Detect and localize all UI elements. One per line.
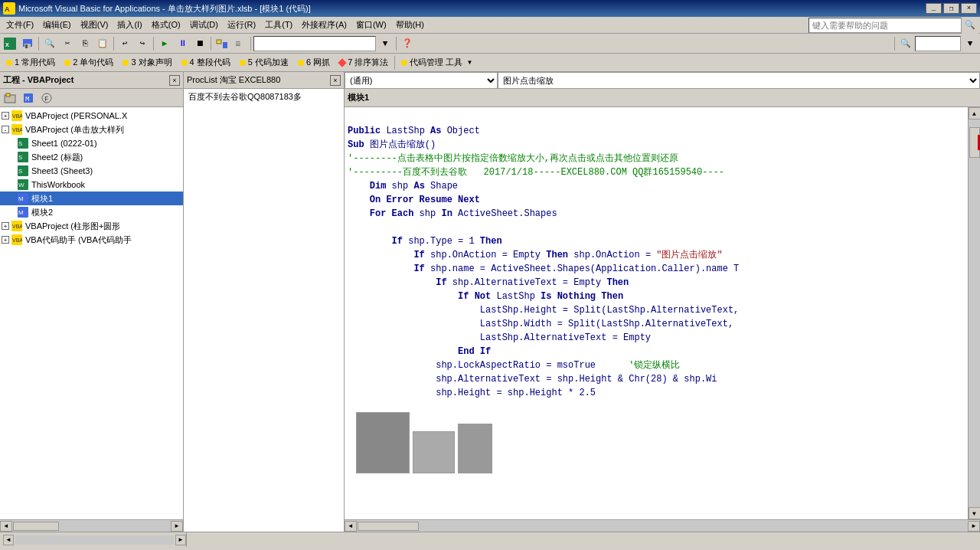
zoom-input[interactable]: 100%: [915, 36, 961, 51]
tree-sheet1[interactable]: S Sheet1 (0222-01): [0, 136, 183, 150]
svg-text:VBA: VBA: [12, 224, 22, 229]
tree-module1[interactable]: M 模块1: [0, 192, 183, 205]
tb-save[interactable]: [19, 35, 36, 52]
code-tb-web[interactable]: 6 网抓: [293, 55, 335, 70]
menu-file[interactable]: 文件(F): [2, 17, 38, 33]
code-tb-manage[interactable]: 代码管理 工具 ▼: [397, 55, 477, 70]
status-scroll-left[interactable]: ◄: [3, 535, 14, 545]
tb-zoom-out[interactable]: 🔍: [897, 35, 914, 52]
project-icon4: VBA: [11, 234, 23, 246]
dot-icon2: [64, 60, 70, 66]
project-icon3: VBA: [11, 220, 23, 232]
svg-text:S: S: [18, 168, 22, 175]
menu-format[interactable]: 格式(O): [147, 17, 185, 33]
tree-module2[interactable]: M 模块2: [0, 205, 183, 219]
tree-thisworkbook[interactable]: W ThisWorkbook: [0, 178, 183, 192]
help-search-btn[interactable]: 🔍: [962, 17, 978, 34]
svg-text:M: M: [18, 195, 24, 202]
tb-copy[interactable]: ⎘: [77, 35, 93, 52]
scroll-track[interactable]: [969, 119, 981, 507]
tree-project-personal[interactable]: + VBA VBAProject (PERSONAL.X: [0, 109, 183, 123]
tree-sheet3[interactable]: S Sheet3 (Sheet3): [0, 164, 183, 178]
menu-addins[interactable]: 外接程序(A): [297, 17, 351, 33]
tree-expand-helper[interactable]: +: [2, 236, 9, 244]
code-tb-common[interactable]: 1 常用代码: [2, 55, 60, 70]
scroll-right-btn[interactable]: ►: [171, 521, 183, 532]
toolbar-sep-1: [38, 37, 39, 51]
tree-expand-personal[interactable]: +: [2, 112, 9, 119]
h-scroll-right[interactable]: ►: [968, 521, 980, 532]
toolbar-sep-4: [211, 37, 211, 51]
tb-cut[interactable]: ✂: [59, 35, 76, 52]
code-tb-sort[interactable]: 7 排序算法: [335, 55, 393, 70]
dot-icon: [6, 60, 12, 66]
tb-redo[interactable]: ↪: [134, 35, 151, 52]
code-tb-speed[interactable]: 5 代码加速: [235, 55, 293, 70]
position-display: 行 9，列 18: [253, 36, 376, 51]
menu-help[interactable]: 帮助(H): [391, 17, 429, 33]
tb-find[interactable]: 🔍: [41, 35, 58, 52]
code-h-scrollbar[interactable]: ◄ ►: [345, 519, 980, 532]
close-button[interactable]: ×: [961, 3, 977, 14]
tb-dropdown[interactable]: ▼: [377, 35, 394, 52]
code-tb-manage-label: 代码管理 工具: [410, 57, 462, 68]
project-close-button[interactable]: ×: [169, 75, 180, 86]
tb-zoom-dropdown[interactable]: ▼: [962, 35, 978, 52]
svg-rect-15: [6, 93, 10, 97]
menu-run[interactable]: 运行(R): [223, 17, 260, 33]
code-tb-sort-label: 7 排序算法: [348, 57, 388, 68]
scroll-up-arrow[interactable]: ▲: [969, 107, 981, 119]
svg-text:VBA: VBA: [12, 113, 22, 119]
tb-reset[interactable]: ⏹: [191, 35, 208, 52]
code-tb-single[interactable]: 2 单句代码: [60, 55, 118, 70]
module-icon1: M: [17, 192, 29, 205]
menu-edit[interactable]: 编辑(E): [38, 17, 76, 33]
code-proc-dropdown[interactable]: 图片点击缩放: [498, 72, 980, 89]
project-toolbar: M F: [0, 89, 183, 107]
title-controls: _ ❐ ×: [926, 3, 977, 14]
svg-text:S: S: [18, 154, 22, 161]
code-tb-block[interactable]: 4 整段代码: [177, 55, 235, 70]
menu-view[interactable]: 视图(V): [76, 17, 113, 33]
project-tb-btn1[interactable]: [2, 90, 18, 106]
help-search-input[interactable]: [808, 18, 962, 33]
tb-paste[interactable]: 📋: [94, 35, 111, 52]
tb-properties[interactable]: ≡: [231, 35, 248, 52]
scroll-left-btn[interactable]: ◄: [0, 521, 12, 532]
restore-button[interactable]: ❐: [943, 3, 959, 14]
menu-debug[interactable]: 调试(D): [185, 17, 223, 33]
tree-expand-chart[interactable]: +: [2, 222, 9, 230]
code-tb-decl[interactable]: 3 对象声明: [118, 55, 176, 70]
project-tb-btn3[interactable]: F: [38, 90, 55, 106]
tb-project[interactable]: [214, 35, 230, 52]
title-left: A Microsoft Visual Basic for Application…: [3, 2, 311, 15]
status-scroll-right[interactable]: ►: [175, 535, 186, 545]
code-tb-block-label: 4 整段代码: [190, 57, 230, 68]
tree-project-chart[interactable]: + VBA VBAProject (柱形图+圆形: [0, 219, 183, 233]
tree-project-helper[interactable]: + VBA VBA代码助手 (VBA代码助手: [0, 233, 183, 247]
tb-excel-icon[interactable]: X: [2, 35, 18, 52]
h-scroll-left[interactable]: ◄: [345, 521, 357, 532]
project-h-scroll[interactable]: ◄ ►: [0, 519, 183, 532]
tree-label-chart: VBAProject (柱形图+圆形: [25, 221, 120, 232]
proc-list-item[interactable]: 百度不到去谷歌QQ8087183多: [187, 90, 341, 103]
proclist-close-button[interactable]: ×: [330, 75, 341, 86]
menu-tools[interactable]: 工具(T): [260, 17, 297, 33]
tree-project-main[interactable]: - VBA VBAProject (单击放大样列: [0, 123, 183, 136]
tree-sheet2[interactable]: S Sheet2 (标题): [0, 150, 183, 164]
svg-text:A: A: [5, 5, 10, 13]
menu-insert[interactable]: 插入(I): [113, 17, 146, 33]
minimize-button[interactable]: _: [926, 3, 942, 14]
tree-expand-main[interactable]: -: [2, 126, 9, 133]
project-tb-btn2[interactable]: M: [20, 90, 37, 106]
tb-break[interactable]: ⏸: [174, 35, 191, 52]
menu-window[interactable]: 窗口(W): [351, 17, 391, 33]
tb-run[interactable]: ▶: [156, 35, 173, 52]
dot-icon5: [240, 60, 246, 66]
code-v-scrollbar[interactable]: ▲ ▼: [968, 107, 980, 519]
scroll-down-arrow[interactable]: ▼: [969, 507, 981, 519]
code-text-area[interactable]: Public LastShp As Object Sub 图片点击缩放() '-…: [345, 107, 968, 519]
tb-undo[interactable]: ↩: [116, 35, 133, 52]
tb-help[interactable]: ❓: [399, 35, 416, 52]
code-scope-dropdown[interactable]: (通用): [345, 72, 498, 89]
